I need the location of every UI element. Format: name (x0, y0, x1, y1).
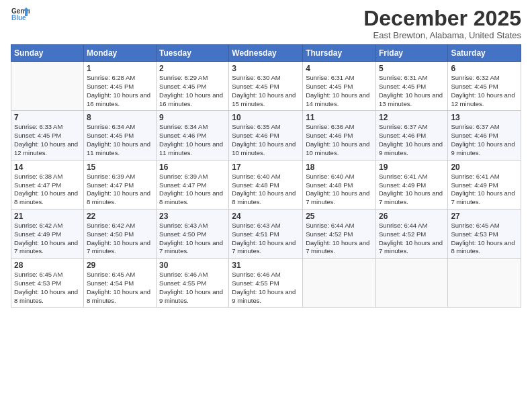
day-info: Sunrise: 6:37 AMSunset: 4:46 PMDaylight:… (451, 123, 518, 157)
day-info: Sunrise: 6:39 AMSunset: 4:47 PMDaylight:… (159, 173, 226, 207)
day-info: Sunrise: 6:30 AMSunset: 4:45 PMDaylight:… (232, 74, 300, 108)
day-info: Sunrise: 6:43 AMSunset: 4:50 PMDaylight:… (159, 222, 226, 256)
calendar-cell: 17Sunrise: 6:40 AMSunset: 4:48 PMDayligh… (229, 160, 303, 209)
day-number: 17 (232, 163, 300, 172)
day-info: Sunrise: 6:44 AMSunset: 4:52 PMDaylight:… (379, 222, 445, 256)
calendar-cell: 8Sunrise: 6:34 AMSunset: 4:45 PMDaylight… (83, 111, 156, 160)
calendar-header-tuesday: Tuesday (157, 45, 229, 62)
day-info: Sunrise: 6:32 AMSunset: 4:45 PMDaylight:… (451, 74, 518, 108)
day-info: Sunrise: 6:43 AMSunset: 4:51 PMDaylight:… (232, 222, 300, 256)
calendar-header-row: SundayMondayTuesdayWednesdayThursdayFrid… (11, 45, 521, 62)
calendar-cell: 19Sunrise: 6:41 AMSunset: 4:49 PMDayligh… (375, 160, 447, 209)
calendar-cell: 27Sunrise: 6:45 AMSunset: 4:53 PMDayligh… (448, 209, 521, 258)
day-info: Sunrise: 6:36 AMSunset: 4:46 PMDaylight:… (306, 123, 373, 157)
calendar-cell: 31Sunrise: 6:46 AMSunset: 4:55 PMDayligh… (229, 259, 303, 308)
day-info: Sunrise: 6:28 AMSunset: 4:45 PMDaylight:… (87, 74, 153, 108)
day-number: 29 (87, 261, 153, 270)
calendar-cell: 13Sunrise: 6:37 AMSunset: 4:46 PMDayligh… (448, 111, 521, 160)
day-number: 27 (451, 212, 518, 221)
day-number: 3 (232, 64, 300, 73)
day-number: 24 (232, 212, 300, 221)
day-number: 26 (379, 212, 445, 221)
day-number: 14 (14, 163, 81, 172)
calendar-week-row: 21Sunrise: 6:42 AMSunset: 4:49 PMDayligh… (11, 209, 521, 258)
page-title: December 2025 (363, 7, 521, 30)
day-number: 18 (306, 163, 373, 172)
day-info: Sunrise: 6:35 AMSunset: 4:46 PMDaylight:… (232, 123, 300, 157)
calendar-cell: 30Sunrise: 6:46 AMSunset: 4:55 PMDayligh… (157, 259, 229, 308)
calendar-cell: 12Sunrise: 6:37 AMSunset: 4:46 PMDayligh… (375, 111, 447, 160)
calendar-week-row: 7Sunrise: 6:33 AMSunset: 4:45 PMDaylight… (11, 111, 521, 160)
day-number: 6 (451, 64, 518, 73)
calendar-cell: 4Sunrise: 6:31 AMSunset: 4:45 PMDaylight… (303, 62, 376, 111)
calendar-week-row: 14Sunrise: 6:38 AMSunset: 4:47 PMDayligh… (11, 160, 521, 209)
calendar-cell (11, 62, 84, 111)
calendar-week-row: 28Sunrise: 6:45 AMSunset: 4:53 PMDayligh… (11, 259, 521, 308)
calendar-header-saturday: Saturday (448, 45, 521, 62)
calendar-cell: 10Sunrise: 6:35 AMSunset: 4:46 PMDayligh… (229, 111, 303, 160)
day-number: 13 (451, 113, 518, 122)
day-number: 12 (379, 113, 445, 122)
calendar-cell: 23Sunrise: 6:43 AMSunset: 4:50 PMDayligh… (157, 209, 229, 258)
title-block: December 2025 East Brewton, Alabama, Uni… (363, 7, 521, 40)
calendar-cell: 3Sunrise: 6:30 AMSunset: 4:45 PMDaylight… (229, 62, 303, 111)
calendar-header-friday: Friday (375, 45, 447, 62)
calendar-cell: 14Sunrise: 6:38 AMSunset: 4:47 PMDayligh… (11, 160, 84, 209)
day-number: 16 (159, 163, 226, 172)
day-number: 11 (306, 113, 373, 122)
day-info: Sunrise: 6:34 AMSunset: 4:46 PMDaylight:… (159, 123, 226, 157)
calendar-cell: 1Sunrise: 6:28 AMSunset: 4:45 PMDaylight… (83, 62, 156, 111)
day-info: Sunrise: 6:45 AMSunset: 4:53 PMDaylight:… (14, 271, 81, 305)
svg-text:Blue: Blue (11, 14, 26, 21)
day-number: 15 (87, 163, 153, 172)
day-number: 2 (159, 64, 226, 73)
calendar-cell: 29Sunrise: 6:45 AMSunset: 4:54 PMDayligh… (83, 259, 156, 308)
day-number: 21 (14, 212, 81, 221)
calendar-cell: 26Sunrise: 6:44 AMSunset: 4:52 PMDayligh… (375, 209, 447, 258)
day-number: 8 (87, 113, 153, 122)
logo: General Blue (11, 7, 30, 21)
calendar-cell: 18Sunrise: 6:40 AMSunset: 4:48 PMDayligh… (303, 160, 376, 209)
day-info: Sunrise: 6:42 AMSunset: 4:49 PMDaylight:… (14, 222, 81, 256)
calendar-cell: 9Sunrise: 6:34 AMSunset: 4:46 PMDaylight… (157, 111, 229, 160)
calendar-cell: 11Sunrise: 6:36 AMSunset: 4:46 PMDayligh… (303, 111, 376, 160)
calendar-header-wednesday: Wednesday (229, 45, 303, 62)
calendar-cell: 20Sunrise: 6:41 AMSunset: 4:49 PMDayligh… (448, 160, 521, 209)
day-number: 7 (14, 113, 81, 122)
day-info: Sunrise: 6:37 AMSunset: 4:46 PMDaylight:… (379, 123, 445, 157)
calendar-cell: 15Sunrise: 6:39 AMSunset: 4:47 PMDayligh… (83, 160, 156, 209)
day-info: Sunrise: 6:34 AMSunset: 4:45 PMDaylight:… (87, 123, 153, 157)
day-number: 22 (87, 212, 153, 221)
page-header: General Blue December 2025 East Brewton,… (11, 7, 521, 40)
calendar-header-thursday: Thursday (303, 45, 376, 62)
page-subtitle: East Brewton, Alabama, United States (363, 30, 521, 40)
day-info: Sunrise: 6:40 AMSunset: 4:48 PMDaylight:… (306, 173, 373, 207)
day-number: 10 (232, 113, 300, 122)
day-info: Sunrise: 6:38 AMSunset: 4:47 PMDaylight:… (14, 173, 81, 207)
day-number: 28 (14, 261, 81, 270)
calendar-cell: 21Sunrise: 6:42 AMSunset: 4:49 PMDayligh… (11, 209, 84, 258)
day-info: Sunrise: 6:42 AMSunset: 4:50 PMDaylight:… (87, 222, 153, 256)
calendar-cell: 24Sunrise: 6:43 AMSunset: 4:51 PMDayligh… (229, 209, 303, 258)
day-info: Sunrise: 6:41 AMSunset: 4:49 PMDaylight:… (451, 173, 518, 207)
calendar-header-monday: Monday (83, 45, 156, 62)
day-info: Sunrise: 6:46 AMSunset: 4:55 PMDaylight:… (232, 271, 300, 305)
calendar-cell: 22Sunrise: 6:42 AMSunset: 4:50 PMDayligh… (83, 209, 156, 258)
day-number: 23 (159, 212, 226, 221)
day-info: Sunrise: 6:39 AMSunset: 4:47 PMDaylight:… (87, 173, 153, 207)
calendar-cell: 5Sunrise: 6:31 AMSunset: 4:45 PMDaylight… (375, 62, 447, 111)
calendar-cell: 16Sunrise: 6:39 AMSunset: 4:47 PMDayligh… (157, 160, 229, 209)
calendar-table: SundayMondayTuesdayWednesdayThursdayFrid… (11, 44, 521, 308)
logo-svg: General Blue (11, 7, 30, 21)
calendar-cell: 25Sunrise: 6:44 AMSunset: 4:52 PMDayligh… (303, 209, 376, 258)
calendar-week-row: 1Sunrise: 6:28 AMSunset: 4:45 PMDaylight… (11, 62, 521, 111)
calendar-cell: 7Sunrise: 6:33 AMSunset: 4:45 PMDaylight… (11, 111, 84, 160)
calendar-cell: 2Sunrise: 6:29 AMSunset: 4:45 PMDaylight… (157, 62, 229, 111)
calendar-cell: 28Sunrise: 6:45 AMSunset: 4:53 PMDayligh… (11, 259, 84, 308)
day-info: Sunrise: 6:46 AMSunset: 4:55 PMDaylight:… (159, 271, 226, 305)
day-number: 31 (232, 261, 300, 270)
day-info: Sunrise: 6:41 AMSunset: 4:49 PMDaylight:… (379, 173, 445, 207)
day-number: 5 (379, 64, 445, 73)
calendar-header-sunday: Sunday (11, 45, 84, 62)
calendar-cell (448, 259, 521, 308)
